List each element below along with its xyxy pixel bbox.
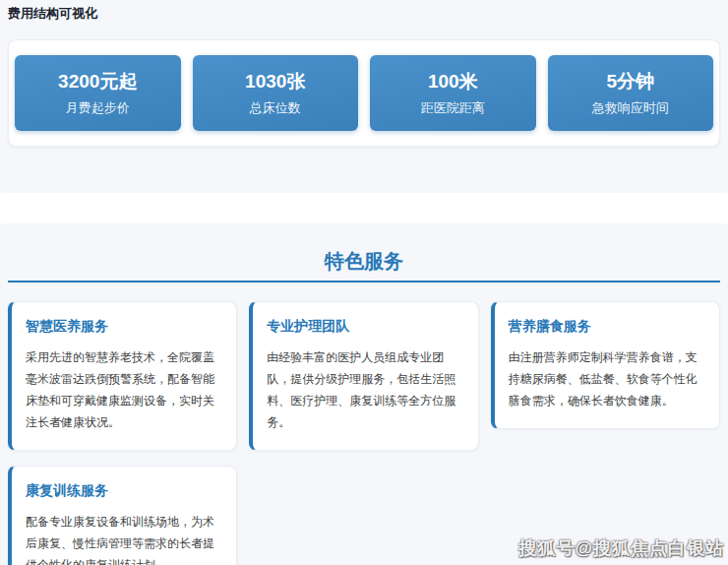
service-card-description: 配备专业康复设备和训练场地，为术后康复、慢性病管理等需求的长者提供个性化的康复训…	[26, 511, 222, 565]
stat-label: 月费起步价	[66, 101, 130, 115]
service-card-title: 专业护理团队	[267, 318, 463, 334]
service-card-description: 由注册营养师定制科学营养食谱，支持糖尿病餐、低盐餐、软食等个性化膳食需求，确保长…	[509, 346, 705, 411]
stats-panel: 3200元起 月费起步价 1030张 总床位数 100米 距医院距离 5分钟 急…	[8, 39, 720, 147]
services-grid: 智慧医养服务 采用先进的智慧养老技术，全院覆盖毫米波雷达跌倒预警系统，配备智能床…	[0, 301, 728, 565]
stat-card-monthly-fee: 3200元起 月费起步价	[15, 55, 181, 131]
service-card-smart-medical-care: 智慧医养服务 采用先进的智慧养老技术，全院覆盖毫米波雷达跌倒预警系统，配备智能床…	[8, 301, 237, 451]
stat-card-hospital-distance: 100米 距医院距离	[370, 55, 536, 131]
stat-value: 3200元起	[58, 71, 137, 93]
stat-label: 急救响应时间	[592, 101, 669, 115]
stat-card-total-beds: 1030张 总床位数	[193, 55, 359, 131]
service-card-description: 采用先进的智慧养老技术，全院覆盖毫米波雷达跌倒预警系统，配备智能床垫和可穿戴健康…	[26, 346, 222, 433]
featured-services-section: 特色服务 智慧医养服务 采用先进的智慧养老技术，全院覆盖毫米波雷达跌倒预警系统，…	[0, 223, 728, 565]
stat-label: 距医院距离	[421, 101, 485, 115]
page-title: 费用结构可视化	[8, 6, 720, 22]
service-card-nursing-team: 专业护理团队 由经验丰富的医护人员组成专业团队，提供分级护理服务，包括生活照料、…	[249, 301, 478, 451]
stat-value: 5分钟	[606, 71, 654, 93]
service-card-title: 康复训练服务	[26, 482, 222, 498]
fee-structure-section: 费用结构可视化 3200元起 月费起步价 1030张 总床位数 100米 距医院…	[0, 0, 728, 193]
section-divider-gap	[0, 193, 728, 223]
stat-value: 1030张	[245, 71, 305, 93]
stat-card-emergency-response: 5分钟 急救响应时间	[548, 55, 714, 131]
service-card-nutrition-catering: 营养膳食服务 由注册营养师定制科学营养食谱，支持糖尿病餐、低盐餐、软食等个性化膳…	[491, 301, 720, 429]
stat-label: 总床位数	[250, 101, 301, 115]
services-heading: 特色服务	[0, 250, 728, 273]
heading-underline	[8, 281, 720, 282]
service-card-description: 由经验丰富的医护人员组成专业团队，提供分级护理服务，包括生活照料、医疗护理、康复…	[267, 346, 463, 433]
service-card-rehabilitation-training: 康复训练服务 配备专业康复设备和训练场地，为术后康复、慢性病管理等需求的长者提供…	[8, 466, 237, 565]
service-card-title: 营养膳食服务	[509, 318, 705, 334]
stat-value: 100米	[428, 71, 478, 93]
service-card-title: 智慧医养服务	[26, 318, 222, 334]
